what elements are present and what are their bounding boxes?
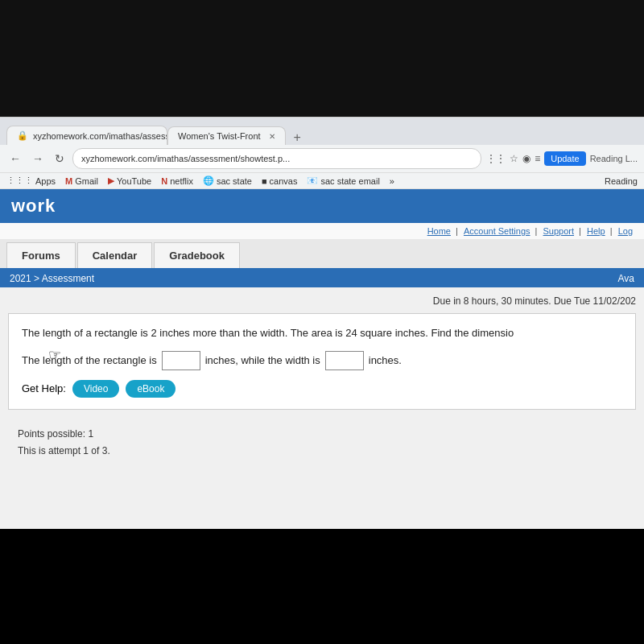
bookmarks-bar: ⋮⋮⋮ Apps M Gmail ▶ YouTube N netflix 🌐 s… bbox=[0, 173, 644, 189]
address-bar-row: ← → ↻ ⋮⋮ ☆ ◉ ≡ Update Reading L... bbox=[0, 145, 644, 173]
site-title: work bbox=[11, 196, 56, 216]
tab-lock-icon: 🔒 bbox=[17, 130, 28, 141]
sacstate-email-icon: 📧 bbox=[307, 175, 318, 186]
answer-part3: inches. bbox=[369, 354, 402, 366]
laptop-bezel bbox=[0, 0, 644, 117]
second-tab-close[interactable]: ✕ bbox=[269, 132, 275, 141]
bookmark-more-label: » bbox=[390, 176, 394, 186]
tab-gradebook[interactable]: Gradebook bbox=[154, 242, 240, 268]
netflix-icon: N bbox=[161, 176, 167, 186]
bookmark-gmail-label: Gmail bbox=[75, 176, 98, 186]
address-input[interactable] bbox=[72, 148, 481, 169]
toolbar-icons: ⋮⋮ ☆ ◉ ≡ Update Reading L... bbox=[486, 151, 638, 166]
nav-log[interactable]: Log bbox=[618, 226, 633, 236]
new-tab-button[interactable]: + bbox=[289, 130, 306, 145]
due-info: Due in 8 hours, 30 minutes. Due Tue 11/0… bbox=[8, 295, 636, 307]
answer-part1: The length of the rectangle is bbox=[22, 354, 157, 366]
nav-support[interactable]: Support bbox=[543, 226, 575, 236]
bookmark-canvas-label: canvas bbox=[270, 176, 298, 186]
update-button[interactable]: Update bbox=[544, 151, 585, 166]
tab-forums[interactable]: Forums bbox=[6, 242, 76, 268]
bookmark-apps-label: Apps bbox=[35, 176, 56, 186]
nav-account-settings[interactable]: Account Settings bbox=[464, 226, 530, 236]
answer-part2: inches, while the width is bbox=[205, 354, 320, 366]
video-button[interactable]: Video bbox=[72, 380, 119, 398]
points-line2: This is attempt 1 of 3. bbox=[18, 443, 626, 460]
reading-list-browser-label: Reading bbox=[605, 176, 638, 186]
gmail-icon: M bbox=[65, 176, 72, 186]
bookmark-youtube-label: YouTube bbox=[117, 176, 151, 186]
sacstate-icon: 🌐 bbox=[203, 175, 214, 186]
forward-button[interactable]: → bbox=[29, 151, 47, 167]
back-button[interactable]: ← bbox=[6, 151, 24, 167]
bookmark-sacstate-email-label: sac state email bbox=[320, 176, 379, 186]
breadcrumb-right: Ava bbox=[618, 273, 634, 284]
help-label: Get Help: bbox=[22, 382, 66, 394]
bookmark-sacstate-label: sac state bbox=[217, 176, 252, 186]
tab-calendar[interactable]: Calendar bbox=[77, 242, 153, 268]
bookmark-sacstate[interactable]: 🌐 sac state bbox=[203, 175, 252, 186]
site-nav-links: Home | Account Settings | Support | Help… bbox=[0, 223, 644, 239]
bookmark-netflix[interactable]: N netflix bbox=[161, 176, 193, 186]
bookmark-canvas[interactable]: ■ canvas bbox=[262, 176, 298, 186]
profile-icon: ◉ bbox=[522, 153, 530, 164]
site-header: work bbox=[0, 189, 644, 223]
star-icon[interactable]: ☆ bbox=[510, 153, 518, 164]
youtube-icon: ▶ bbox=[108, 175, 114, 186]
nav-help[interactable]: Help bbox=[587, 226, 605, 236]
site-wrapper: work Home | Account Settings | Support |… bbox=[0, 189, 644, 529]
second-tab[interactable]: Women's Twist-Front ✕ bbox=[167, 126, 286, 145]
bookmark-apps[interactable]: ⋮⋮⋮ Apps bbox=[6, 175, 56, 186]
bookmark-gmail[interactable]: M Gmail bbox=[65, 176, 98, 186]
points-line1: Points possible: 1 bbox=[18, 426, 626, 444]
question-text: The length of a rectangle is 2 inches mo… bbox=[22, 325, 622, 341]
reading-list-label: Reading L... bbox=[590, 154, 638, 163]
bookmark-more[interactable]: » bbox=[390, 176, 394, 186]
help-row: Get Help: Video eBook bbox=[22, 380, 622, 398]
width-input[interactable] bbox=[325, 351, 364, 370]
apps-icon: ⋮⋮⋮ bbox=[6, 175, 33, 186]
breadcrumb: 2021 > Assessment bbox=[10, 273, 94, 284]
question-box: The length of a rectangle is 2 inches mo… bbox=[8, 313, 636, 410]
canvas-icon: ■ bbox=[262, 176, 267, 186]
main-content: ☞ Due in 8 hours, 30 minutes. Due Tue 11… bbox=[0, 287, 644, 529]
second-tab-title: Women's Twist-Front bbox=[178, 131, 261, 141]
browser-chrome: 🔒 xyzhomework.com/imathas/assessment/sho… bbox=[0, 117, 644, 189]
active-tab-title: xyzhomework.com/imathas/assessment/showt… bbox=[33, 131, 167, 141]
ebook-button[interactable]: eBook bbox=[126, 380, 175, 398]
breadcrumb-bar: 2021 > Assessment Ava bbox=[0, 270, 644, 287]
bookmark-sacstate-email[interactable]: 📧 sac state email bbox=[307, 175, 379, 186]
tab-bar: 🔒 xyzhomework.com/imathas/assessment/sho… bbox=[0, 118, 644, 145]
answer-row: The length of the rectangle is inches, w… bbox=[22, 351, 622, 370]
site-tabs: Forums Calendar Gradebook bbox=[0, 239, 644, 270]
extension-icon: ≡ bbox=[535, 153, 540, 164]
nav-home[interactable]: Home bbox=[427, 226, 451, 236]
points-info: Points possible: 1 This is attempt 1 of … bbox=[8, 418, 636, 469]
reload-button[interactable]: ↻ bbox=[52, 151, 68, 167]
length-input[interactable] bbox=[162, 351, 200, 370]
active-tab[interactable]: 🔒 xyzhomework.com/imathas/assessment/sho… bbox=[6, 126, 167, 145]
bookmark-youtube[interactable]: ▶ YouTube bbox=[108, 175, 151, 186]
bookmark-netflix-label: netflix bbox=[170, 176, 193, 186]
grid-icon: ⋮⋮ bbox=[486, 153, 506, 164]
